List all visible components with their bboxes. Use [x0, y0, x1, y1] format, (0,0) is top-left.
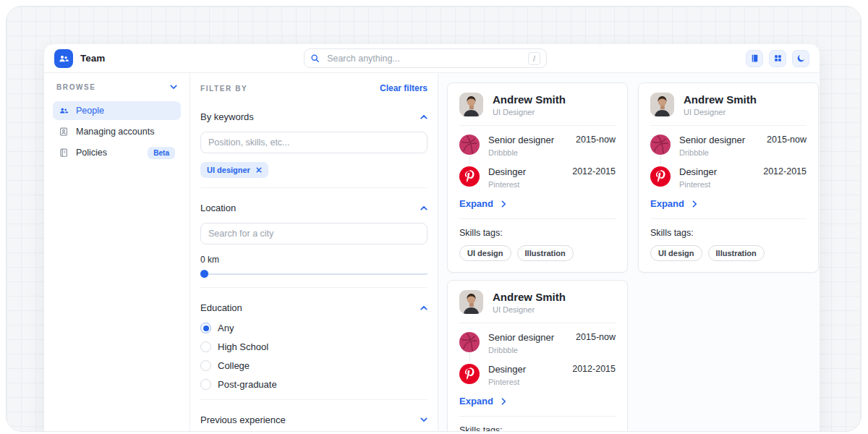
- sidebar: BROWSE People: [44, 73, 190, 432]
- search-area: /: [105, 48, 746, 68]
- dark-mode-button[interactable]: [792, 50, 809, 67]
- position-title: Desinger: [679, 166, 717, 177]
- radio-selected-icon[interactable]: [200, 323, 211, 333]
- section-divider: [200, 287, 427, 288]
- chevron-right-icon: [501, 398, 506, 405]
- position-period: 2012-2015: [572, 166, 616, 189]
- education-section-toggle[interactable]: Education: [200, 297, 427, 318]
- experience-label: Previous experience: [200, 414, 286, 425]
- position-period: 2012-2015: [572, 364, 616, 386]
- app-header: Team /: [44, 44, 820, 73]
- slider-track[interactable]: [200, 273, 427, 275]
- chevron-right-icon: [692, 200, 697, 208]
- position-title: Senior designer: [488, 135, 554, 145]
- app-title: Team: [80, 53, 105, 64]
- education-option-post-graduate[interactable]: Post-graduate: [200, 379, 427, 390]
- card-divider: [459, 323, 616, 323]
- person-name: Andrew Smith: [493, 291, 566, 303]
- expand-button[interactable]: Expand: [650, 198, 697, 209]
- position-period: 2015-now: [767, 135, 807, 157]
- dribbble-icon: [650, 135, 671, 155]
- section-divider: [200, 399, 427, 400]
- expand-label: Expand: [650, 198, 684, 209]
- app-body: BROWSE People: [44, 73, 820, 432]
- app-logo: [54, 49, 73, 68]
- keywords-section-toggle[interactable]: By keywords: [200, 106, 427, 127]
- search-box[interactable]: /: [304, 48, 547, 68]
- pinterest-icon: [650, 166, 671, 187]
- position-title: Senior designer: [488, 332, 554, 343]
- card-divider: [650, 125, 807, 126]
- distance-slider[interactable]: [200, 270, 427, 278]
- remove-tag-icon[interactable]: [256, 167, 262, 173]
- education-label: Education: [200, 302, 242, 313]
- chevron-right-icon: [501, 200, 506, 208]
- avatar: [459, 290, 483, 314]
- position-item: Desinger Pinterest 2012-2015: [459, 166, 616, 189]
- header-actions: [746, 50, 809, 67]
- expand-button[interactable]: Expand: [459, 396, 506, 407]
- education-option-any[interactable]: Any: [200, 323, 427, 333]
- expand-label: Expand: [459, 396, 493, 407]
- education-option-high-school[interactable]: High School: [200, 341, 427, 352]
- people-icon: [59, 106, 69, 116]
- radio-label: Any: [218, 323, 234, 333]
- person-name: Andrew Smith: [493, 93, 566, 106]
- chevron-down-icon: [420, 417, 427, 422]
- position-item: Senior designer Dribbble 2015-now: [650, 135, 807, 157]
- experience-section-toggle[interactable]: Previous experience: [200, 409, 427, 430]
- card-header: Andrew Smith UI Designer: [459, 290, 616, 314]
- keyword-tag-label: UI designer: [207, 166, 250, 174]
- clear-filters-button[interactable]: Clear filters: [380, 83, 427, 93]
- desktop-background: Team /: [6, 6, 861, 432]
- chevron-up-icon: [420, 114, 427, 119]
- apps-button[interactable]: [769, 50, 786, 67]
- radio-label: College: [218, 360, 250, 371]
- skill-tag: Illustration: [517, 245, 574, 261]
- card-divider: [650, 218, 807, 219]
- grid-icon: [773, 54, 783, 63]
- person-card: Andrew Smith UI Designer Senior designer: [638, 82, 819, 273]
- expand-button[interactable]: Expand: [459, 198, 506, 209]
- keywords-input[interactable]: [200, 132, 427, 153]
- moon-icon: [796, 54, 806, 63]
- radio-icon[interactable]: [200, 341, 211, 352]
- sidebar-item-label: Policies: [76, 148, 107, 158]
- person-role: UI Designer: [493, 305, 566, 314]
- position-title: Desinger: [488, 166, 526, 177]
- sidebar-item-policies[interactable]: Policies Beta: [53, 143, 181, 162]
- position-company: Dribbble: [488, 346, 554, 354]
- filter-panel: FILTER BY Clear filters By keywords UI d…: [190, 73, 438, 432]
- library-button[interactable]: [746, 50, 763, 67]
- city-search-input[interactable]: [200, 223, 427, 244]
- section-divider: [200, 187, 427, 188]
- position-period: 2015-now: [576, 135, 616, 157]
- pinterest-icon: [459, 166, 480, 187]
- browse-section-toggle[interactable]: BROWSE: [53, 83, 181, 91]
- pinterest-icon: [459, 364, 480, 384]
- position-period: 2012-2015: [763, 166, 807, 189]
- slider-knob[interactable]: [200, 270, 208, 278]
- sidebar-item-people[interactable]: People: [53, 101, 181, 120]
- radio-icon[interactable]: [200, 379, 211, 390]
- keyword-tag[interactable]: UI designer: [200, 162, 268, 178]
- position-company: Dribbble: [488, 148, 554, 157]
- sidebar-item-managing-accounts[interactable]: Managing accounts: [53, 122, 181, 141]
- position-title: Desinger: [488, 364, 526, 375]
- position-period: 2015-now: [576, 332, 616, 354]
- person-name: Andrew Smith: [684, 93, 757, 106]
- chevron-up-icon: [420, 205, 427, 210]
- education-option-college[interactable]: College: [200, 360, 427, 371]
- beta-badge: Beta: [148, 147, 175, 159]
- location-section-toggle[interactable]: Location: [200, 197, 427, 218]
- person-card: Andrew Smith UI Designer Senior designer: [447, 82, 628, 273]
- position-company: Pinterest: [488, 180, 526, 189]
- skills-tags: UI design Illustration: [650, 245, 807, 261]
- skill-tag: Illustration: [708, 245, 765, 261]
- position-title: Senior designer: [679, 135, 745, 145]
- skill-tag: UI design: [650, 245, 702, 261]
- search-input[interactable]: [326, 53, 522, 64]
- sidebar-item-label: Managing accounts: [76, 127, 154, 137]
- radio-icon[interactable]: [200, 360, 211, 371]
- skills-label: Skills tags:: [459, 228, 616, 238]
